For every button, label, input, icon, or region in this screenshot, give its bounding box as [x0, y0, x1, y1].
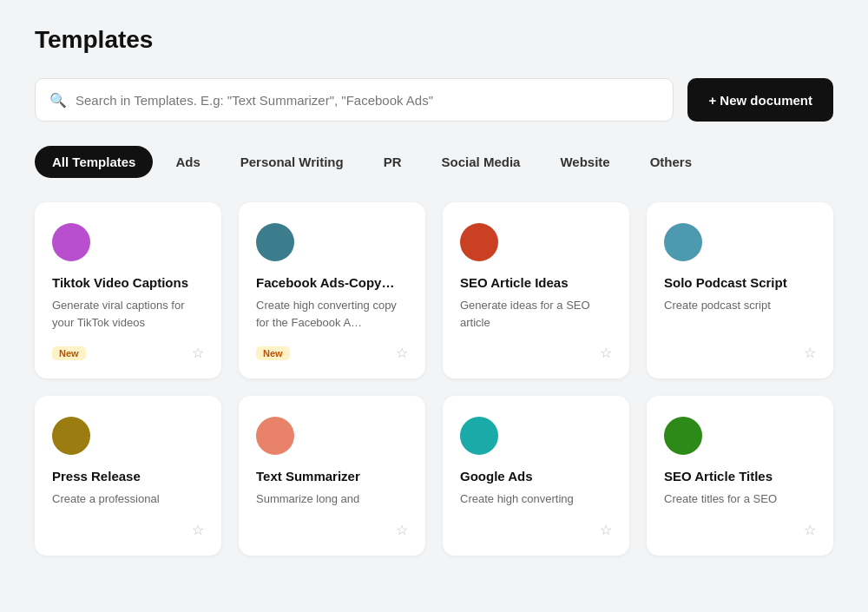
card-icon-summarizer — [256, 417, 294, 455]
card-seo_ideas: SEO Article IdeasGenerate ideas for a SE… — [443, 202, 629, 378]
card-desc-tiktok: Generate viral captions for your TikTok … — [52, 297, 204, 331]
card-footer-google_ads: ☆ — [460, 522, 612, 538]
star-icon-press[interactable]: ☆ — [192, 522, 204, 538]
card-seo_titles: SEO Article TitlesCreate titles for a SE… — [647, 396, 833, 556]
search-wrapper: 🔍 — [35, 78, 674, 122]
card-podcast: Solo Podcast ScriptCreate podcast script… — [647, 202, 833, 378]
star-icon-seo_titles[interactable]: ☆ — [804, 522, 816, 538]
card-desc-press: Create a professional — [52, 490, 204, 508]
card-title-seo_titles: SEO Article Titles — [664, 469, 816, 484]
star-icon-facebook[interactable]: ☆ — [396, 345, 408, 361]
tab-all[interactable]: All Templates — [35, 146, 153, 178]
badge-new-tiktok: New — [52, 346, 86, 360]
card-icon-google_ads — [460, 417, 498, 455]
card-footer-tiktok: New☆ — [52, 345, 204, 361]
card-press: Press ReleaseCreate a professional☆ — [35, 396, 221, 556]
tab-pr[interactable]: PR — [366, 146, 419, 178]
search-input[interactable] — [76, 93, 659, 108]
cards-grid-row1: Tiktok Video CaptionsGenerate viral capt… — [35, 202, 833, 378]
page-title: Templates — [35, 26, 833, 54]
card-footer-seo_ideas: ☆ — [460, 345, 612, 361]
star-icon-seo_ideas[interactable]: ☆ — [600, 345, 612, 361]
card-desc-google_ads: Create high converting — [460, 490, 612, 508]
card-title-summarizer: Text Summarizer — [256, 469, 408, 484]
tabs-row: All TemplatesAdsPersonal WritingPRSocial… — [35, 146, 833, 178]
card-footer-facebook: New☆ — [256, 345, 408, 361]
badge-new-facebook: New — [256, 346, 290, 360]
star-icon-google_ads[interactable]: ☆ — [600, 522, 612, 538]
card-google_ads: Google AdsCreate high converting☆ — [443, 396, 629, 556]
new-document-button[interactable]: + New document — [687, 78, 833, 122]
card-facebook: Facebook Ads-Copy…Create high converting… — [239, 202, 425, 378]
star-icon-podcast[interactable]: ☆ — [804, 345, 816, 361]
card-footer-press: ☆ — [52, 522, 204, 538]
card-icon-press — [52, 417, 90, 455]
card-title-tiktok: Tiktok Video Captions — [52, 275, 204, 290]
card-desc-facebook: Create high converting copy for the Face… — [256, 297, 408, 331]
card-desc-seo_ideas: Generate ideas for a SEO article — [460, 297, 612, 331]
card-title-podcast: Solo Podcast Script — [664, 275, 816, 290]
card-desc-seo_titles: Create titles for a SEO — [664, 490, 816, 508]
card-title-google_ads: Google Ads — [460, 469, 612, 484]
card-footer-summarizer: ☆ — [256, 522, 408, 538]
search-icon: 🔍 — [49, 92, 67, 109]
search-row: 🔍 + New document — [35, 78, 833, 122]
card-summarizer: Text SummarizerSummarize long and☆ — [239, 396, 425, 556]
tab-others[interactable]: Others — [633, 146, 709, 178]
tab-personal[interactable]: Personal Writing — [223, 146, 361, 178]
card-footer-podcast: ☆ — [664, 345, 816, 361]
card-desc-podcast: Create podcast script — [664, 297, 816, 331]
card-title-press: Press Release — [52, 469, 204, 484]
tab-website[interactable]: Website — [542, 146, 627, 178]
card-tiktok: Tiktok Video CaptionsGenerate viral capt… — [35, 202, 221, 378]
card-footer-seo_titles: ☆ — [664, 522, 816, 538]
card-icon-tiktok — [52, 223, 90, 261]
card-icon-seo_titles — [664, 417, 702, 455]
card-title-facebook: Facebook Ads-Copy… — [256, 275, 408, 290]
tab-ads[interactable]: Ads — [158, 146, 217, 178]
star-icon-summarizer[interactable]: ☆ — [396, 522, 408, 538]
card-title-seo_ideas: SEO Article Ideas — [460, 275, 612, 290]
card-icon-seo_ideas — [460, 223, 498, 261]
card-icon-facebook — [256, 223, 294, 261]
tab-social[interactable]: Social Media — [424, 146, 538, 178]
card-desc-summarizer: Summarize long and — [256, 490, 408, 508]
card-icon-podcast — [664, 223, 702, 261]
cards-grid-row2: Press ReleaseCreate a professional☆Text … — [35, 396, 833, 556]
star-icon-tiktok[interactable]: ☆ — [192, 345, 204, 361]
